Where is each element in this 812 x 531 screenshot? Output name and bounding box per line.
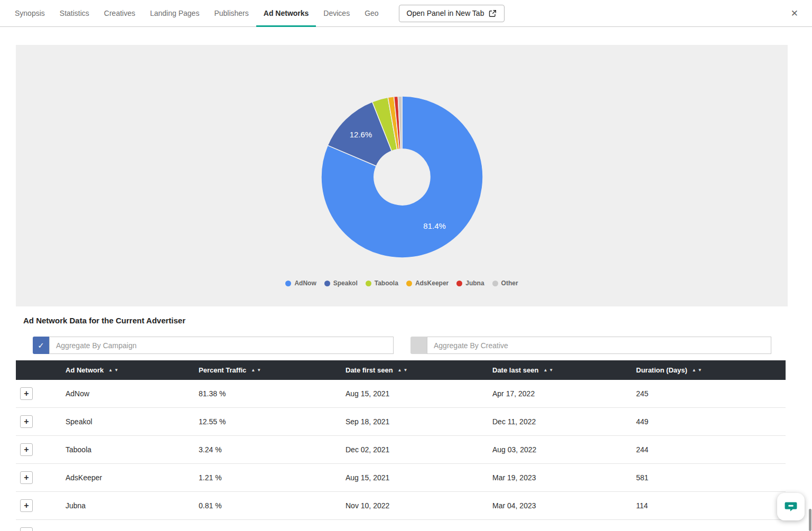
cell-duration: 114 [636,501,786,510]
expand-row-button[interactable]: + [20,415,33,428]
legend-item-speakol[interactable]: Speakol [324,280,358,287]
external-link-icon [489,10,497,17]
cell-percent-traffic: 0.81 % [199,501,346,510]
tab-statistics[interactable]: Statistics [52,0,97,27]
legend-item-other[interactable]: Other [492,280,518,287]
cell-expand: + [16,387,66,400]
cell-percent-traffic: 3.24 % [199,445,346,454]
legend-dot [492,281,498,286]
tab-publishers[interactable]: Publishers [207,0,256,27]
table-row-taboola: +Taboola3.24 %Dec 02, 2021Aug 03, 202224… [16,436,786,464]
legend-label: Other [501,280,518,287]
sort-ascending-icon[interactable]: ▲ [543,368,547,372]
expand-row-button[interactable]: + [20,527,33,531]
aggregate-by-creative-input[interactable] [427,337,771,354]
cell-date-last-seen: Dec 11, 2022 [492,417,636,426]
sort-descending-icon[interactable]: ▼ [257,368,261,372]
cell-date-first-seen: Aug 15, 2021 [346,389,492,398]
table-header: Ad Network▲▼Percent Traffic▲▼Date first … [16,360,786,380]
chart-panel: 81.4%12.6% AdNowSpeakolTaboolaAdsKeeperJ… [16,45,788,306]
cell-expand: + [16,443,66,456]
legend-label: Speakol [333,280,358,287]
sort-ascending-icon[interactable]: ▲ [692,368,696,372]
section-title: Ad Network Data for the Current Advertis… [23,316,788,325]
cell-percent-traffic: 81.38 % [199,389,346,398]
legend-dot [406,281,412,286]
sort-descending-icon[interactable]: ▼ [549,368,553,372]
cell-duration: 449 [636,417,786,426]
chat-widget-button[interactable] [777,493,805,520]
cell-percent-traffic: 12.55 % [199,417,346,426]
column-label: Duration (Days) [636,366,687,374]
table-row-adnow: +AdNow81.38 %Aug 15, 2021Apr 17, 2022245 [16,380,786,408]
cell-date-last-seen: Mar 04, 2023 [492,501,636,510]
cell-duration: 245 [636,389,786,398]
cell-expand: + [16,471,66,484]
cell-date-first-seen: Dec 02, 2021 [346,445,492,454]
legend-item-jubna[interactable]: Jubna [456,280,484,287]
aggregate-by-campaign-input[interactable] [49,337,394,354]
legend-item-adnow[interactable]: AdNow [285,280,316,287]
table-row-msn: +MSN0.1 %Dec 01, 2021Dec 05, 20214 [16,520,786,531]
open-panel-button[interactable]: Open Panel in New Tab [399,5,505,22]
legend-item-taboola[interactable]: Taboola [366,280,398,287]
legend-label: AdsKeeper [415,280,449,287]
sort-ascending-icon[interactable]: ▲ [398,368,402,372]
legend-item-adskeeper[interactable]: AdsKeeper [406,280,449,287]
legend-label: Jubna [465,280,484,287]
aggregate-by-campaign-checkbox[interactable]: ✓ [33,337,49,354]
expand-row-button[interactable]: + [20,443,33,456]
tab-geo[interactable]: Geo [357,0,386,27]
sort-descending-icon[interactable]: ▼ [114,368,118,372]
tab-landing-pages[interactable]: Landing Pages [143,0,207,27]
aggregate-by-campaign-group: ✓ [33,337,394,354]
cell-duration: 244 [636,445,786,454]
table-row-jubna: +Jubna0.81 %Nov 10, 2022Mar 04, 2023114 [16,492,786,520]
column-label: Date first seen [346,366,393,374]
main-content: 81.4%12.6% AdNowSpeakolTaboolaAdsKeeperJ… [16,45,788,531]
ad-network-table: Ad Network▲▼Percent Traffic▲▼Date first … [16,360,786,531]
sort-controls: ▲▼ [108,368,118,372]
cell-ad-network: AdNow [66,389,199,398]
column-label: Date last seen [492,366,538,374]
cell-date-first-seen: Aug 15, 2021 [346,473,492,482]
table-body: +AdNow81.38 %Aug 15, 2021Apr 17, 2022245… [16,380,786,531]
cell-date-last-seen: Mar 19, 2023 [492,473,636,482]
tab-devices[interactable]: Devices [316,0,357,27]
tab-ad-networks[interactable]: Ad Networks [256,0,316,27]
column-header-percent-traffic[interactable]: Percent Traffic▲▼ [199,366,346,374]
column-header-duration-days-[interactable]: Duration (Days)▲▼ [636,366,786,374]
donut-chart: 81.4%12.6% [16,45,788,272]
legend-dot [285,281,291,286]
expand-row-button[interactable]: + [20,499,33,512]
sort-descending-icon[interactable]: ▼ [698,368,702,372]
expand-row-button[interactable]: + [20,387,33,400]
cell-date-first-seen: Nov 10, 2022 [346,501,492,510]
sort-descending-icon[interactable]: ▼ [404,368,408,372]
column-header-ad-network[interactable]: Ad Network▲▼ [66,366,199,374]
tab-synopsis[interactable]: Synopsis [7,0,52,27]
legend-label: AdNow [294,280,316,287]
cell-ad-network: Jubna [66,501,199,510]
column-header-date-last-seen[interactable]: Date last seen▲▼ [492,366,636,374]
cell-expand: + [16,499,66,512]
cell-date-last-seen: Aug 03, 2022 [492,445,636,454]
legend-dot [324,281,330,286]
scrollbar-thumb[interactable] [809,509,811,531]
sort-controls: ▲▼ [692,368,702,372]
cell-date-first-seen: Sep 18, 2021 [346,417,492,426]
column-header-date-first-seen[interactable]: Date first seen▲▼ [346,366,492,374]
sort-ascending-icon[interactable]: ▲ [108,368,113,372]
close-icon[interactable]: ✕ [791,8,798,19]
cell-percent-traffic: 1.21 % [199,473,346,482]
sort-ascending-icon[interactable]: ▲ [251,368,255,372]
expand-row-button[interactable]: + [20,471,33,484]
tab-creatives[interactable]: Creatives [97,0,143,27]
sort-controls: ▲▼ [398,368,408,372]
open-panel-label: Open Panel in New Tab [407,9,484,17]
cell-duration: 581 [636,473,786,482]
aggregate-by-creative-checkbox[interactable] [410,337,427,354]
top-nav: SynopsisStatisticsCreativesLanding Pages… [0,0,812,27]
chart-legend: AdNowSpeakolTaboolaAdsKeeperJubnaOther [285,280,518,287]
legend-label: Taboola [375,280,398,287]
